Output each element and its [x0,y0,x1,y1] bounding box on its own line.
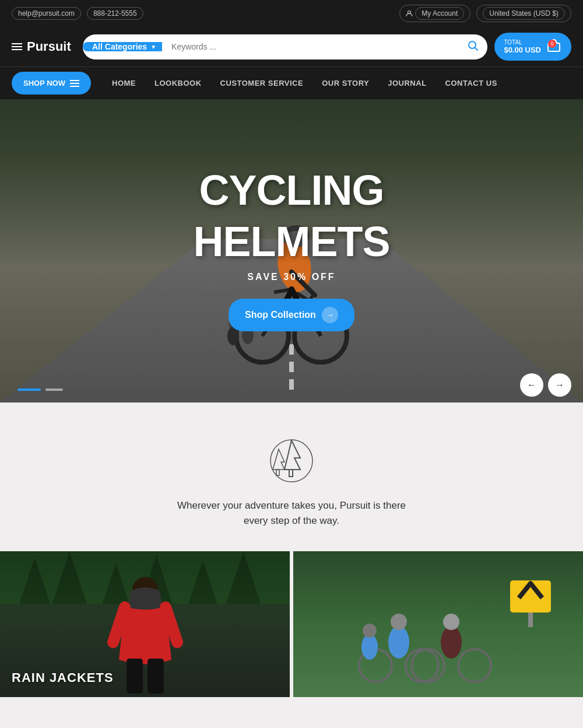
svg-point-43 [391,614,407,630]
svg-marker-22 [285,440,300,470]
hamburger-icon [70,80,79,87]
svg-point-49 [363,624,377,638]
cart-total: $0.00 USD [504,46,541,54]
cart-count: 0 [548,40,556,48]
shop-now-label: SHOP NOW [23,79,65,88]
currency-selector[interactable]: United States (USD $) [476,5,571,22]
cart-icon-wrapper: 0 [546,37,562,56]
hero-section: CYCLING HELMETS SAVE 30% OFF Shop Collec… [0,99,583,402]
top-bar-contact: help@pursuit.com 888-212-5555 [12,7,143,20]
slider-arrows: ← → [520,373,571,397]
hero-title-line1: CYCLING [193,169,389,211]
svg-point-1 [469,41,476,48]
nav-links: HOME LOOKBOOK CUSTOMER SERVICE OUR STORY… [103,67,507,99]
nav-contact-us[interactable]: CONTACT US [436,67,507,99]
dot-2[interactable] [45,388,63,391]
menu-icon [12,43,22,50]
prev-slide-button[interactable]: ← [520,373,543,397]
phone-badge[interactable]: 888-212-5555 [87,7,143,20]
shop-collection-label: Shop Collection [245,310,316,320]
nature-tagline: Wherever your adventure takes you, Pursu… [175,498,408,528]
nav-customer-service[interactable]: CUSTOMER SERVICE [211,67,313,99]
slider-dots [17,388,63,391]
top-bar-actions: My Account United States (USD $) [399,5,571,22]
rain-jackets-label: RAIN JACKETS [12,670,114,685]
cart-info: TOTAL $0.00 USD [504,39,541,54]
hero-title-line2: HELMETS [193,220,389,262]
shop-collection-button[interactable]: Shop Collection → [229,299,354,331]
svg-rect-25 [276,470,279,475]
nav-journal[interactable]: JOURNAL [378,67,436,99]
product-cards: RAIN JACKETS [0,551,583,697]
search-input[interactable] [162,36,458,57]
svg-rect-23 [289,470,293,477]
svg-rect-37 [147,659,164,694]
trees-icon [268,438,315,484]
dot-1[interactable] [17,388,41,391]
search-button[interactable] [458,34,487,60]
logo[interactable]: Pursuit [12,39,76,54]
search-icon [468,40,478,51]
my-account-link[interactable]: My Account [399,5,470,22]
svg-point-42 [388,626,409,659]
cart-button[interactable]: TOTAL $0.00 USD 0 [494,33,571,61]
arrow-icon: → [322,307,338,323]
hero-content: CYCLING HELMETS SAVE 30% OFF Shop Collec… [193,169,389,331]
nav-row: SHOP NOW HOME LOOKBOOK CUSTOMER SERVICE … [0,66,583,99]
cart-label: TOTAL [504,39,541,46]
logo-text: Pursuit [27,39,71,54]
hero-subtitle: SAVE 30% OFF [193,272,389,282]
category-label: All Categories [92,42,147,51]
nature-icon [268,438,315,487]
svg-point-46 [441,626,462,659]
svg-point-45 [458,649,491,682]
svg-point-47 [443,614,459,630]
svg-point-26 [271,440,312,482]
svg-marker-24 [273,449,285,470]
cyclists-figure [340,596,504,691]
email-badge[interactable]: help@pursuit.com [12,7,81,20]
nature-section: Wherever your adventure takes you, Pursu… [0,402,583,551]
user-icon [406,10,413,17]
shop-now-button[interactable]: SHOP NOW [12,72,91,94]
chevron-down-icon: ▼ [150,44,156,50]
svg-rect-36 [127,659,143,694]
search-bar-row: Pursuit All Categories ▼ TOTAL $0.00 USD… [0,27,583,66]
top-bar: help@pursuit.com 888-212-5555 My Account… [0,0,583,27]
next-slide-button[interactable]: → [548,373,571,397]
nav-home[interactable]: HOME [103,67,145,99]
svg-point-48 [361,634,378,660]
category-wrapper: All Categories ▼ [83,42,162,51]
cycling-card[interactable] [293,551,583,697]
search-container: All Categories ▼ [83,34,487,60]
svg-line-2 [475,48,477,50]
road-sign [507,575,554,629]
nav-lookbook[interactable]: LOOKBOOK [145,67,211,99]
rain-jackets-card[interactable]: RAIN JACKETS [0,551,290,697]
nav-our-story[interactable]: OUR STORY [312,67,378,99]
